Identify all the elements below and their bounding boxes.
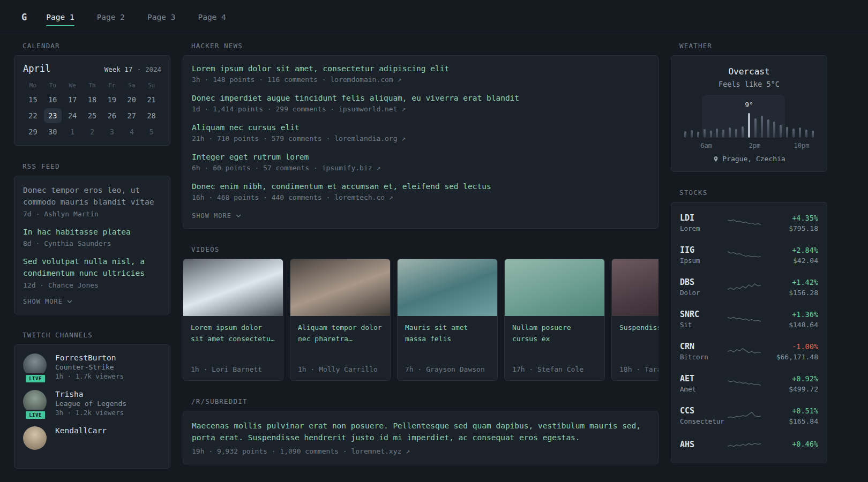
channel-name[interactable]: KendallCarr [55, 426, 107, 435]
video-thumbnail[interactable] [612, 259, 659, 316]
calendar-day: 29 [24, 124, 42, 139]
calendar-day: 4 [123, 124, 140, 139]
twitch-channel-row[interactable]: LIVE ForrestBurton Counter-Strike 1h · 1… [23, 353, 161, 380]
calendar-day: 22 [24, 108, 42, 123]
stock-change: +2.84% [767, 246, 818, 254]
stocks-widget: LDI Lorem +4.35% $795.18 IIG Ipsum +2.84… [671, 202, 827, 463]
video-thumbnail[interactable] [290, 259, 390, 316]
left-column: CALENDAR April Week 17 · 2024 MoTuWeThFr… [14, 42, 170, 482]
hackernews-item-meta: 16h · 468 points · 440 comments · loremt… [192, 193, 649, 201]
channel-name[interactable]: ForrestBurton [55, 353, 124, 362]
video-title[interactable]: Mauris sit amet massa felis [405, 322, 490, 345]
stock-name: Dolor [680, 289, 722, 297]
weather-hour-bar [792, 129, 795, 138]
rss-item-title[interactable]: Sed volutpat nulla nisl, a condimentum n… [23, 256, 161, 280]
hackernews-widget: Lorem ipsum dolor sit amet, consectetur … [183, 55, 659, 229]
video-title[interactable]: Lorem ipsum dolor sit amet consectetu… [191, 322, 275, 345]
calendar-day: 5 [143, 124, 160, 139]
twitch-channel-row[interactable]: KendallCarr [23, 426, 161, 450]
stock-values: +0.92% $499.72 [767, 374, 818, 393]
channel-meta: 3h · 1.2k viewers [55, 409, 126, 417]
subreddit-post-domain[interactable]: loremnet.xyz [351, 447, 401, 455]
channel-info: KendallCarr [55, 426, 107, 450]
calendar-day: 27 [123, 108, 140, 123]
subreddit-section: /R/SUBREDDIT Maecenas mollis pulvinar er… [183, 397, 659, 464]
stock-row: CRN Bitcorn -1.00% $66,171.48 [680, 335, 818, 367]
rss-item-title[interactable]: In hac habitasse platea [23, 227, 161, 238]
video-thumbnail[interactable] [183, 259, 283, 316]
video-title[interactable]: Nullam posuere cursus ex [512, 322, 597, 345]
calendar-day: 18 [84, 92, 101, 107]
video-thumbnail[interactable] [398, 259, 497, 316]
video-card-body: Lorem ipsum dolor sit amet consectetu… 1… [183, 316, 283, 380]
calendar-day: 26 [103, 108, 121, 123]
stock-row: AHS +0.46% [680, 432, 818, 458]
video-meta: 1h · Lori Barnett [191, 365, 275, 373]
stock-price: $795.18 [767, 224, 818, 232]
stock-price: $148.64 [767, 321, 818, 329]
page-tabs: Page 1Page 2Page 3Page 4 [46, 0, 226, 34]
video-title[interactable]: Aliquam tempor dolor nec pharetra… [298, 322, 383, 345]
hackernews-item-meta: 6h · 60 points · 57 comments · ipsumify.… [192, 164, 649, 172]
live-badge: LIVE [24, 373, 47, 384]
video-title[interactable]: Suspendisse diam [619, 322, 659, 334]
tab-page-3[interactable]: Page 3 [147, 0, 175, 34]
middle-column: HACKER NEWS Lorem ipsum dolor sit amet, … [183, 42, 659, 481]
app-logo[interactable]: G [21, 12, 27, 22]
stock-symbol: IIG [680, 245, 722, 255]
rss-item-title[interactable]: Donec tempor eros leo, ut commodo mauris… [23, 185, 161, 208]
hackernews-item: Donec enim nibh, condimentum et accumsan… [192, 182, 649, 201]
hackernews-show-more-button[interactable]: SHOW MORE [192, 212, 649, 220]
subreddit-post-title[interactable]: Maecenas mollis pulvinar erat non posuer… [192, 420, 649, 444]
calendar-dow-label: Tu [43, 79, 63, 92]
video-card[interactable]: Lorem ipsum dolor sit amet consectetu… 1… [183, 259, 283, 381]
twitch-channel-row[interactable]: LIVE Trisha League of Legends 3h · 1.2k … [23, 390, 161, 417]
rss-show-more-button[interactable]: SHOW MORE [23, 298, 161, 305]
hackernews-item: Donec imperdiet augue tincidunt felis al… [192, 94, 649, 113]
stock-sparkline [727, 409, 761, 423]
hackernews-item-domain[interactable]: loremlandia.org [334, 134, 397, 142]
hackernews-item-domain[interactable]: ipsumworld.net [339, 105, 398, 113]
weather-highlight-temp: 9° [745, 101, 753, 109]
hackernews-item-title[interactable]: Integer eget rutrum lorem [192, 153, 649, 161]
hackernews-item-title[interactable]: Donec imperdiet augue tincidunt felis al… [192, 94, 649, 102]
hackernews-item-title[interactable]: Lorem ipsum dolor sit amet, consectetur … [192, 64, 649, 73]
calendar-day: 20 [123, 92, 140, 107]
hackernews-item-domain[interactable]: ipsumify.biz [322, 164, 372, 172]
channel-name[interactable]: Trisha [55, 390, 126, 398]
calendar-dow-row: MoTuWeThFrSaSu [23, 79, 161, 92]
calendar-week-label: Week 17 [104, 65, 133, 73]
calendar-day: 24 [64, 108, 81, 123]
hackernews-section-title: HACKER NEWS [191, 42, 659, 50]
hackernews-item-title[interactable]: Donec enim nibh, condimentum et accumsan… [192, 182, 649, 191]
video-card[interactable]: Nullam posuere cursus ex 17h · Stefan Co… [504, 259, 605, 381]
chevron-down-icon [67, 300, 72, 303]
stock-name: Lorem [680, 224, 722, 232]
weather-widget: Overcast Feels like 5°C 9° 6am2pm10pm Pr… [671, 55, 827, 172]
tab-page-4[interactable]: Page 4 [198, 0, 226, 34]
hackernews-item-domain[interactable]: loremdomain.com [330, 76, 393, 84]
weather-time-label: 2pm [749, 142, 760, 149]
video-card-body: Aliquam tempor dolor nec pharetra… 1h · … [290, 316, 390, 380]
stock-change: +0.46% [767, 440, 818, 448]
channel-info: ForrestBurton Counter-Strike 1h · 1.7k v… [55, 353, 124, 380]
calendar-day: 1 [64, 124, 81, 139]
hackernews-item-meta: 3h · 148 points · 116 comments · loremdo… [192, 76, 649, 84]
video-meta: 17h · Stefan Cole [512, 365, 597, 373]
hackernews-item-title[interactable]: Aliquam nec cursus elit [192, 123, 649, 132]
rss-item-meta: 7d · Ashlyn Martin [23, 210, 161, 218]
tab-page-1[interactable]: Page 1 [46, 0, 74, 34]
video-card[interactable]: Suspendisse diam 18h · Tara [611, 259, 659, 381]
stock-values: +0.46% [767, 440, 818, 450]
rss-item: In hac habitasse platea 8d · Cynthia Sau… [23, 227, 161, 248]
video-thumbnail[interactable] [505, 259, 604, 316]
stock-row: DBS Dolor +1.42% $156.28 [680, 271, 818, 303]
tab-page-2[interactable]: Page 2 [97, 0, 125, 34]
hackernews-item-stats: 3h · 148 points · 116 comments [192, 76, 318, 84]
video-card-body: Nullam posuere cursus ex 17h · Stefan Co… [505, 316, 604, 380]
weather-hour-bar [773, 122, 775, 138]
hackernews-item-domain[interactable]: loremtech.co [334, 193, 385, 201]
stock-symbol: LDI [680, 213, 722, 223]
video-card[interactable]: Mauris sit amet massa felis 7h · Grayson… [397, 259, 498, 381]
video-card[interactable]: Aliquam tempor dolor nec pharetra… 1h · … [290, 259, 391, 381]
